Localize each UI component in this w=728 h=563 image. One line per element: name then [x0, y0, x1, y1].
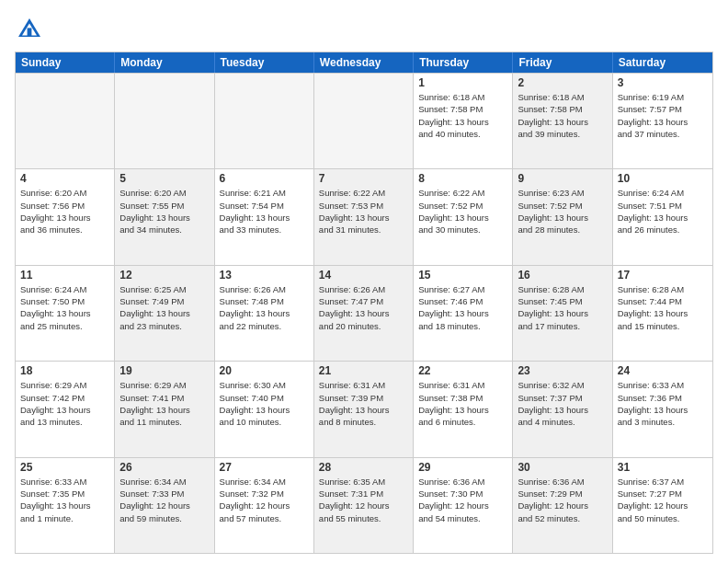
day-info: Sunrise: 6:22 AM Sunset: 7:53 PM Dayligh…: [319, 187, 408, 236]
day-info: Sunrise: 6:34 AM Sunset: 7:32 PM Dayligh…: [220, 476, 309, 524]
day-number: 31: [618, 461, 708, 474]
day-number: 17: [618, 269, 708, 282]
day-info: Sunrise: 6:33 AM Sunset: 7:35 PM Dayligh…: [20, 476, 109, 524]
day-number: 26: [119, 461, 209, 474]
day-info: Sunrise: 6:23 AM Sunset: 7:52 PM Dayligh…: [518, 187, 607, 236]
day-cell-16: 16Sunrise: 6:28 AM Sunset: 7:45 PM Dayli…: [513, 266, 612, 361]
svg-rect-2: [28, 28, 32, 37]
day-info: Sunrise: 6:20 AM Sunset: 7:56 PM Dayligh…: [20, 187, 109, 236]
day-cell-21: 21Sunrise: 6:31 AM Sunset: 7:39 PM Dayli…: [314, 362, 414, 456]
day-cell-2: 2Sunrise: 6:18 AM Sunset: 7:58 PM Daylig…: [513, 74, 612, 168]
day-cell-8: 8Sunrise: 6:22 AM Sunset: 7:52 PM Daylig…: [414, 169, 513, 264]
day-info: Sunrise: 6:32 AM Sunset: 7:37 PM Dayligh…: [518, 379, 607, 428]
day-cell-3: 3Sunrise: 6:19 AM Sunset: 7:57 PM Daylig…: [613, 74, 712, 168]
day-number: 11: [20, 269, 109, 282]
weekday-header-friday: Friday: [513, 52, 612, 73]
day-cell-19: 19Sunrise: 6:29 AM Sunset: 7:41 PM Dayli…: [115, 362, 214, 456]
day-info: Sunrise: 6:24 AM Sunset: 7:50 PM Dayligh…: [20, 283, 109, 332]
weekday-header-thursday: Thursday: [414, 52, 513, 73]
day-number: 23: [518, 364, 607, 377]
day-info: Sunrise: 6:21 AM Sunset: 7:54 PM Dayligh…: [220, 187, 309, 236]
empty-cell-0-1: [115, 74, 214, 168]
day-info: Sunrise: 6:36 AM Sunset: 7:29 PM Dayligh…: [518, 476, 607, 524]
day-cell-1: 1Sunrise: 6:18 AM Sunset: 7:58 PM Daylig…: [414, 74, 513, 168]
day-number: 4: [20, 172, 109, 185]
day-info: Sunrise: 6:18 AM Sunset: 7:58 PM Dayligh…: [418, 91, 507, 140]
day-cell-24: 24Sunrise: 6:33 AM Sunset: 7:36 PM Dayli…: [613, 362, 712, 456]
day-info: Sunrise: 6:26 AM Sunset: 7:47 PM Dayligh…: [319, 283, 408, 332]
day-number: 2: [518, 76, 607, 89]
day-info: Sunrise: 6:22 AM Sunset: 7:52 PM Dayligh…: [418, 187, 507, 236]
day-cell-17: 17Sunrise: 6:28 AM Sunset: 7:44 PM Dayli…: [613, 266, 712, 361]
day-cell-11: 11Sunrise: 6:24 AM Sunset: 7:50 PM Dayli…: [16, 266, 115, 361]
day-number: 20: [220, 364, 309, 377]
day-number: 3: [618, 76, 708, 89]
day-cell-10: 10Sunrise: 6:24 AM Sunset: 7:51 PM Dayli…: [613, 169, 712, 264]
day-number: 15: [418, 269, 507, 282]
day-cell-18: 18Sunrise: 6:29 AM Sunset: 7:42 PM Dayli…: [16, 362, 115, 456]
day-number: 9: [518, 172, 607, 185]
calendar-body: 1Sunrise: 6:18 AM Sunset: 7:58 PM Daylig…: [16, 73, 712, 553]
day-number: 22: [418, 364, 507, 377]
day-cell-22: 22Sunrise: 6:31 AM Sunset: 7:38 PM Dayli…: [414, 362, 513, 456]
day-info: Sunrise: 6:34 AM Sunset: 7:33 PM Dayligh…: [119, 476, 209, 524]
day-cell-29: 29Sunrise: 6:36 AM Sunset: 7:30 PM Dayli…: [414, 458, 513, 553]
logo-icon: [15, 15, 44, 44]
day-number: 16: [518, 269, 607, 282]
day-info: Sunrise: 6:30 AM Sunset: 7:40 PM Dayligh…: [220, 379, 309, 428]
day-info: Sunrise: 6:29 AM Sunset: 7:41 PM Dayligh…: [119, 379, 209, 428]
day-info: Sunrise: 6:36 AM Sunset: 7:30 PM Dayligh…: [418, 476, 507, 524]
day-cell-31: 31Sunrise: 6:37 AM Sunset: 7:27 PM Dayli…: [613, 458, 712, 553]
day-info: Sunrise: 6:29 AM Sunset: 7:42 PM Dayligh…: [20, 379, 109, 428]
day-number: 24: [618, 364, 708, 377]
day-number: 8: [418, 172, 507, 185]
day-cell-30: 30Sunrise: 6:36 AM Sunset: 7:29 PM Dayli…: [513, 458, 612, 553]
day-info: Sunrise: 6:28 AM Sunset: 7:44 PM Dayligh…: [618, 283, 708, 332]
calendar-row-2: 11Sunrise: 6:24 AM Sunset: 7:50 PM Dayli…: [16, 265, 712, 361]
day-number: 27: [220, 461, 309, 474]
day-info: Sunrise: 6:25 AM Sunset: 7:49 PM Dayligh…: [119, 283, 209, 332]
day-cell-7: 7Sunrise: 6:22 AM Sunset: 7:53 PM Daylig…: [314, 169, 414, 264]
weekday-header-monday: Monday: [115, 52, 214, 73]
day-number: 13: [220, 269, 309, 282]
day-number: 28: [319, 461, 408, 474]
weekday-header-tuesday: Tuesday: [215, 52, 314, 73]
day-cell-26: 26Sunrise: 6:34 AM Sunset: 7:33 PM Dayli…: [115, 458, 214, 553]
day-info: Sunrise: 6:35 AM Sunset: 7:31 PM Dayligh…: [319, 476, 408, 524]
day-info: Sunrise: 6:24 AM Sunset: 7:51 PM Dayligh…: [618, 187, 708, 236]
day-cell-28: 28Sunrise: 6:35 AM Sunset: 7:31 PM Dayli…: [314, 458, 414, 553]
day-number: 1: [418, 76, 507, 89]
day-info: Sunrise: 6:31 AM Sunset: 7:39 PM Dayligh…: [319, 379, 408, 428]
calendar-header: SundayMondayTuesdayWednesdayThursdayFrid…: [16, 52, 712, 73]
header: [15, 15, 713, 44]
weekday-header-saturday: Saturday: [613, 52, 712, 73]
day-cell-6: 6Sunrise: 6:21 AM Sunset: 7:54 PM Daylig…: [215, 169, 314, 264]
day-number: 14: [319, 269, 408, 282]
page: SundayMondayTuesdayWednesdayThursdayFrid…: [0, 0, 728, 563]
day-info: Sunrise: 6:37 AM Sunset: 7:27 PM Dayligh…: [618, 476, 708, 524]
day-number: 21: [319, 364, 408, 377]
day-info: Sunrise: 6:33 AM Sunset: 7:36 PM Dayligh…: [618, 379, 708, 428]
day-cell-15: 15Sunrise: 6:27 AM Sunset: 7:46 PM Dayli…: [414, 266, 513, 361]
day-number: 29: [418, 461, 507, 474]
day-cell-23: 23Sunrise: 6:32 AM Sunset: 7:37 PM Dayli…: [513, 362, 612, 456]
day-number: 12: [119, 269, 209, 282]
day-cell-25: 25Sunrise: 6:33 AM Sunset: 7:35 PM Dayli…: [16, 458, 115, 553]
day-info: Sunrise: 6:19 AM Sunset: 7:57 PM Dayligh…: [618, 91, 708, 140]
day-number: 6: [220, 172, 309, 185]
day-info: Sunrise: 6:28 AM Sunset: 7:45 PM Dayligh…: [518, 283, 607, 332]
day-number: 19: [119, 364, 209, 377]
day-number: 7: [319, 172, 408, 185]
day-cell-14: 14Sunrise: 6:26 AM Sunset: 7:47 PM Dayli…: [314, 266, 414, 361]
calendar-row-0: 1Sunrise: 6:18 AM Sunset: 7:58 PM Daylig…: [16, 73, 712, 168]
calendar: SundayMondayTuesdayWednesdayThursdayFrid…: [15, 52, 713, 554]
day-info: Sunrise: 6:18 AM Sunset: 7:58 PM Dayligh…: [518, 91, 607, 140]
logo: [15, 15, 48, 44]
day-cell-4: 4Sunrise: 6:20 AM Sunset: 7:56 PM Daylig…: [16, 169, 115, 264]
day-info: Sunrise: 6:20 AM Sunset: 7:55 PM Dayligh…: [119, 187, 209, 236]
day-number: 30: [518, 461, 607, 474]
empty-cell-0-2: [215, 74, 314, 168]
day-cell-12: 12Sunrise: 6:25 AM Sunset: 7:49 PM Dayli…: [115, 266, 214, 361]
day-number: 10: [618, 172, 708, 185]
day-number: 25: [20, 461, 109, 474]
